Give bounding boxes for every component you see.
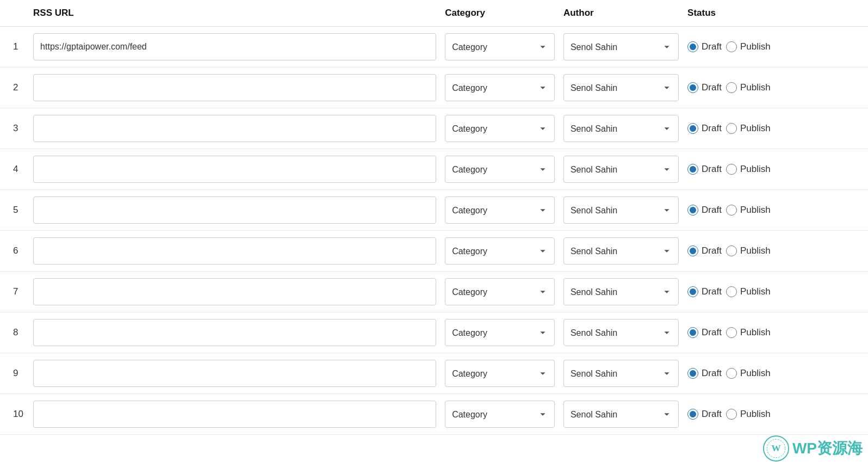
category-select-3[interactable]: Category [445,115,555,142]
publish-radio-7[interactable] [726,286,737,297]
publish-text-5: Publish [740,205,771,216]
draft-label-8[interactable]: Draft [687,327,722,338]
category-cell-5: Category [445,190,563,231]
col-header-category: Category [445,0,563,27]
rss-url-input-10[interactable] [33,401,436,428]
draft-radio-10[interactable] [687,409,698,420]
publish-radio-2[interactable] [726,82,737,93]
publish-radio-10[interactable] [726,409,737,420]
rss-url-input-6[interactable] [33,237,436,265]
author-cell-1: Senol Sahin [563,27,687,67]
rss-url-input-5[interactable] [33,196,436,224]
status-cell-3: DraftPublish [687,108,868,149]
rss-url-cell-10 [33,394,445,435]
draft-label-1[interactable]: Draft [687,41,722,52]
publish-radio-5[interactable] [726,205,737,216]
category-select-1[interactable]: Category [445,33,555,60]
author-cell-8: Senol Sahin [563,312,687,353]
table-row: 7CategorySenol SahinDraftPublish [0,272,868,312]
author-select-4[interactable]: Senol Sahin [563,156,679,183]
draft-label-2[interactable]: Draft [687,82,722,93]
category-select-9[interactable]: Category [445,360,555,387]
author-select-6[interactable]: Senol Sahin [563,237,679,265]
publish-radio-4[interactable] [726,164,737,175]
publish-label-4[interactable]: Publish [726,164,771,175]
publish-radio-1[interactable] [726,41,737,52]
rss-url-input-4[interactable] [33,156,436,183]
author-select-10[interactable]: Senol Sahin [563,401,679,428]
table-row: 8CategorySenol SahinDraftPublish [0,312,868,353]
publish-label-10[interactable]: Publish [726,409,771,420]
status-cell-9: DraftPublish [687,353,868,394]
table-row: 4CategorySenol SahinDraftPublish [0,149,868,190]
category-cell-4: Category [445,149,563,190]
rss-url-input-3[interactable] [33,115,436,142]
category-cell-6: Category [445,231,563,272]
category-select-8[interactable]: Category [445,319,555,346]
publish-label-7[interactable]: Publish [726,286,771,297]
draft-label-4[interactable]: Draft [687,164,722,175]
rss-url-cell-4 [33,149,445,190]
draft-radio-7[interactable] [687,286,698,297]
rss-url-input-2[interactable] [33,74,436,101]
category-cell-3: Category [445,108,563,149]
publish-radio-6[interactable] [726,245,737,256]
draft-text-6: Draft [702,245,722,256]
author-select-1[interactable]: Senol Sahin [563,33,679,60]
rss-url-input-1[interactable] [33,33,436,60]
status-cell-2: DraftPublish [687,67,868,108]
draft-label-10[interactable]: Draft [687,409,722,420]
table-row: 1CategorySenol SahinDraftPublish [0,27,868,67]
draft-label-5[interactable]: Draft [687,205,722,216]
publish-label-8[interactable]: Publish [726,327,771,338]
category-select-2[interactable]: Category [445,74,555,101]
author-select-5[interactable]: Senol Sahin [563,196,679,224]
category-select-6[interactable]: Category [445,237,555,265]
publish-radio-9[interactable] [726,368,737,379]
author-cell-7: Senol Sahin [563,272,687,312]
author-select-3[interactable]: Senol Sahin [563,115,679,142]
author-select-9[interactable]: Senol Sahin [563,360,679,387]
draft-radio-5[interactable] [687,205,698,216]
publish-radio-8[interactable] [726,327,737,338]
publish-label-2[interactable]: Publish [726,82,771,93]
col-header-status: Status [687,0,868,27]
category-select-5[interactable]: Category [445,196,555,224]
rss-url-input-8[interactable] [33,319,436,346]
category-select-7[interactable]: Category [445,278,555,305]
rss-url-input-9[interactable] [33,360,436,387]
draft-label-9[interactable]: Draft [687,368,722,379]
row-number-10: 10 [0,394,33,435]
publish-radio-3[interactable] [726,123,737,134]
publish-label-3[interactable]: Publish [726,123,771,134]
svg-point-1 [767,439,785,458]
category-select-10[interactable]: Category [445,401,555,428]
publish-label-6[interactable]: Publish [726,245,771,256]
draft-label-6[interactable]: Draft [687,245,722,256]
draft-radio-3[interactable] [687,123,698,134]
category-select-4[interactable]: Category [445,156,555,183]
rss-url-cell-8 [33,312,445,353]
publish-label-5[interactable]: Publish [726,205,771,216]
draft-label-7[interactable]: Draft [687,286,722,297]
draft-radio-6[interactable] [687,245,698,256]
draft-radio-8[interactable] [687,327,698,338]
rss-url-cell-2 [33,67,445,108]
publish-label-1[interactable]: Publish [726,41,771,52]
author-select-7[interactable]: Senol Sahin [563,278,679,305]
author-select-2[interactable]: Senol Sahin [563,74,679,101]
draft-radio-1[interactable] [687,41,698,52]
draft-radio-4[interactable] [687,164,698,175]
rss-url-input-7[interactable] [33,278,436,305]
watermark-text: WP资源海 [792,438,863,459]
table-row: 5CategorySenol SahinDraftPublish [0,190,868,231]
draft-radio-2[interactable] [687,82,698,93]
row-number-3: 3 [0,108,33,149]
author-select-8[interactable]: Senol Sahin [563,319,679,346]
draft-radio-9[interactable] [687,368,698,379]
col-header-number [0,0,33,27]
author-cell-2: Senol Sahin [563,67,687,108]
publish-label-9[interactable]: Publish [726,368,771,379]
publish-text-2: Publish [740,82,771,93]
draft-label-3[interactable]: Draft [687,123,722,134]
